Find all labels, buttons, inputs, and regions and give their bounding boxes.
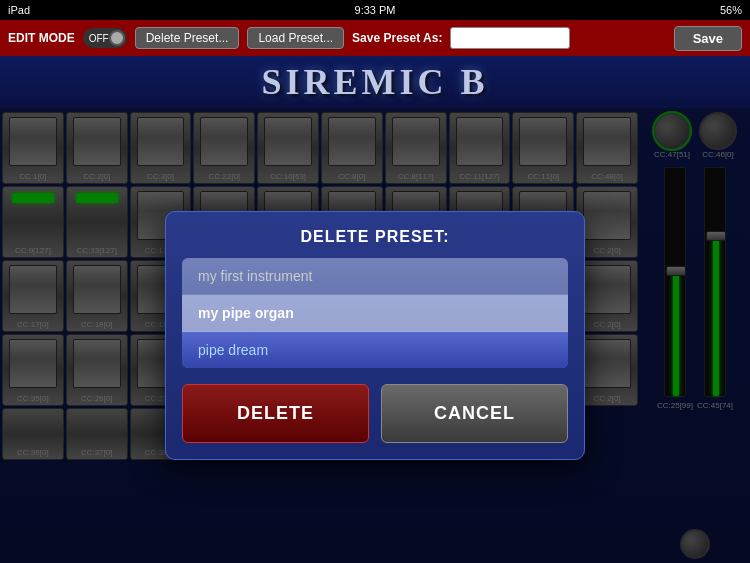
preset-list: my first instrument my pipe organ pipe d… bbox=[182, 258, 568, 368]
app-title-bar: SIREMIC B bbox=[0, 56, 750, 108]
toggle-knob bbox=[109, 30, 125, 46]
preset-item-pipe-organ[interactable]: my pipe organ bbox=[182, 295, 568, 332]
main-area: CC:1[0] CC:2[0] CC:3[0] CC:22[0] CC:10[6… bbox=[0, 108, 750, 563]
modal-buttons: DELETE CANCEL bbox=[182, 384, 568, 443]
status-left: iPad bbox=[8, 4, 30, 16]
save-button[interactable]: Save bbox=[674, 26, 742, 51]
app-title: SIREMIC B bbox=[261, 61, 488, 103]
delete-preset-modal: DELETE PRESET: my first instrument my pi… bbox=[165, 211, 585, 460]
delete-preset-button[interactable]: Delete Preset... bbox=[135, 27, 240, 49]
status-time: 9:33 PM bbox=[355, 4, 396, 16]
preset-item-first[interactable]: my first instrument bbox=[182, 258, 568, 295]
load-preset-button[interactable]: Load Preset... bbox=[247, 27, 344, 49]
toolbar: EDIT MODE OFF Delete Preset... Load Pres… bbox=[0, 20, 750, 56]
preset-item-pipe-dream[interactable]: pipe dream bbox=[182, 332, 568, 368]
modal-overlay: DELETE PRESET: my first instrument my pi… bbox=[0, 108, 750, 563]
edit-mode-label: EDIT MODE bbox=[8, 31, 75, 45]
delete-button[interactable]: DELETE bbox=[182, 384, 369, 443]
toggle-state-label: OFF bbox=[89, 33, 109, 44]
save-preset-input[interactable] bbox=[450, 27, 570, 49]
status-right: 56% bbox=[720, 4, 742, 16]
save-preset-as-label: Save Preset As: bbox=[352, 31, 442, 45]
modal-title: DELETE PRESET: bbox=[182, 228, 568, 246]
status-bar: iPad 9:33 PM 56% bbox=[0, 0, 750, 20]
cancel-button[interactable]: CANCEL bbox=[381, 384, 568, 443]
edit-mode-toggle[interactable]: OFF bbox=[83, 28, 127, 48]
